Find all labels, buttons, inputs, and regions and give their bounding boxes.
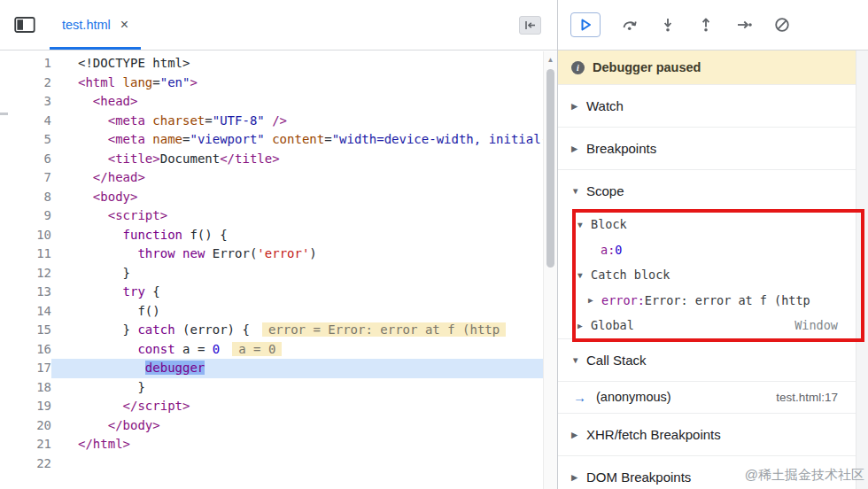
call-stack-frame[interactable]: →(anonymous)test.html:17: [558, 381, 868, 413]
code-text[interactable]: } catch (error) {error = Error: error at…: [51, 321, 543, 340]
scrollbar-up-icon[interactable]: ▲: [544, 56, 557, 64]
code-token: [78, 418, 108, 432]
chevron-collapsed-icon[interactable]: ▶: [571, 101, 586, 111]
code-editor[interactable]: 1<!DOCTYPE html>2<html lang="en">3 <head…: [0, 51, 543, 489]
line-number[interactable]: 18: [0, 378, 51, 398]
code-text[interactable]: <title>Document</title>: [51, 150, 543, 169]
line-number[interactable]: 10: [0, 226, 51, 245]
scope-row[interactable]: a: 0: [558, 237, 868, 263]
code-token: 0: [213, 342, 220, 356]
chevron-collapsed-icon[interactable]: ▶: [588, 295, 601, 305]
chevron-collapsed-icon[interactable]: ▶: [577, 321, 591, 330]
code-lines: 1<!DOCTYPE html>2<html lang="en">3 <head…: [0, 54, 543, 473]
line-number[interactable]: 21: [0, 435, 51, 454]
code-text[interactable]: try {: [51, 283, 543, 302]
code-text[interactable]: <!DOCTYPE html>: [51, 54, 543, 74]
scope-row[interactable]: ▶error: Error: error at f (http: [558, 288, 868, 314]
step-into-button[interactable]: [659, 16, 677, 34]
panel-scrollbar[interactable]: [856, 50, 868, 489]
step-button[interactable]: [735, 16, 753, 34]
line-number[interactable]: 14: [0, 302, 51, 322]
scope-row[interactable]: ▼Block: [558, 212, 868, 237]
code-text[interactable]: </body>: [51, 416, 543, 436]
editor-scrollbar[interactable]: ▲: [543, 51, 557, 489]
code-token: [78, 399, 123, 413]
chevron-expanded-icon[interactable]: ▼: [577, 270, 591, 280]
code-text[interactable]: <head>: [51, 92, 543, 112]
code-text[interactable]: </html>: [51, 435, 543, 454]
code-token: charset: [152, 113, 205, 128]
code-text[interactable]: <body>: [51, 188, 543, 207]
variable-value: Error: error at f (http: [645, 293, 810, 307]
line-number[interactable]: 9: [0, 206, 51, 226]
section-xhr-breakpoints[interactable]: ▶ XHR/fetch Breakpoints: [558, 413, 868, 455]
line-number[interactable]: 2: [0, 74, 51, 93]
section-label: Call Stack: [586, 353, 647, 368]
line-number[interactable]: 17: [0, 359, 51, 378]
code-text[interactable]: <script>: [51, 206, 543, 226]
line-number[interactable]: 22: [0, 454, 51, 474]
code-text[interactable]: }: [51, 264, 543, 283]
code-text[interactable]: <meta name="viewport" content="width=dev…: [51, 130, 543, 150]
code-token: const: [137, 342, 174, 356]
step-out-button[interactable]: [697, 16, 715, 34]
scope-row[interactable]: ▼Catch block: [558, 262, 868, 288]
code-text[interactable]: const a = 0a = 0: [51, 340, 543, 360]
code-text[interactable]: [51, 454, 543, 474]
chevron-collapsed-icon[interactable]: ▶: [571, 144, 586, 153]
line-number[interactable]: 19: [0, 397, 51, 416]
line-number[interactable]: 20: [0, 416, 51, 436]
line-number[interactable]: 7: [0, 168, 51, 188]
code-text[interactable]: function f() {: [51, 226, 543, 245]
section-call-stack[interactable]: ▼ Call Stack: [558, 338, 868, 381]
chevron-expanded-icon[interactable]: ▼: [571, 355, 586, 365]
section-dom-breakpoints[interactable]: ▶ DOM Breakpoints: [558, 455, 868, 489]
code-token: />: [265, 113, 287, 128]
line-number[interactable]: 3: [0, 92, 51, 112]
code-token: [175, 246, 182, 260]
line-number[interactable]: 15: [0, 321, 51, 340]
variable-name: error:: [601, 293, 645, 307]
section-breakpoints[interactable]: ▶ Breakpoints: [558, 127, 868, 169]
chevron-expanded-icon[interactable]: ▼: [571, 186, 586, 196]
frame-location[interactable]: test.html:17: [776, 391, 838, 404]
code-line: 11 throw new Error('error'): [0, 244, 543, 264]
code-token: [78, 208, 108, 222]
resume-button[interactable]: [570, 12, 601, 37]
line-number[interactable]: 12: [0, 264, 51, 283]
line-number[interactable]: 8: [0, 188, 51, 207]
code-text[interactable]: }: [51, 378, 543, 398]
code-text[interactable]: throw new Error('error'): [51, 244, 543, 264]
toggle-navigator-button[interactable]: [14, 16, 35, 34]
section-scope[interactable]: ▼ Scope: [558, 169, 868, 212]
code-text[interactable]: f(): [51, 302, 543, 322]
section-watch[interactable]: ▶ Watch: [558, 84, 868, 127]
step-over-button[interactable]: [621, 16, 639, 34]
code-token: [78, 94, 93, 108]
code-text[interactable]: <meta charset="UTF-8" />: [51, 112, 543, 131]
code-line: 21</html>: [0, 435, 543, 454]
line-number[interactable]: 6: [0, 150, 51, 169]
chevron-collapsed-icon[interactable]: ▶: [571, 472, 586, 482]
code-text[interactable]: <html lang="en">: [51, 74, 543, 93]
code-token: "en": [160, 75, 190, 89]
code-text[interactable]: debugger: [51, 359, 543, 378]
scrollbar-thumb[interactable]: [546, 69, 554, 268]
chevron-collapsed-icon[interactable]: ▶: [571, 430, 586, 439]
line-number[interactable]: 11: [0, 244, 51, 264]
deactivate-breakpoints-button[interactable]: [773, 16, 791, 34]
code-line: 18 }: [0, 378, 543, 398]
scope-row[interactable]: ▶GlobalWindow: [558, 313, 868, 338]
code-token: <html: [78, 75, 123, 89]
code-text[interactable]: </script>: [51, 397, 543, 416]
line-number[interactable]: 5: [0, 130, 51, 150]
focus-editor-button[interactable]: [519, 16, 541, 35]
tab-test-html[interactable]: test.html ×: [50, 0, 141, 50]
chevron-expanded-icon[interactable]: ▼: [577, 220, 591, 229]
line-number[interactable]: 13: [0, 283, 51, 302]
line-number[interactable]: 16: [0, 340, 51, 360]
code-text[interactable]: </head>: [51, 168, 543, 188]
line-number[interactable]: 1: [0, 54, 51, 74]
tab-close-icon[interactable]: ×: [120, 18, 128, 32]
scope-group-label: Catch block: [591, 268, 670, 282]
